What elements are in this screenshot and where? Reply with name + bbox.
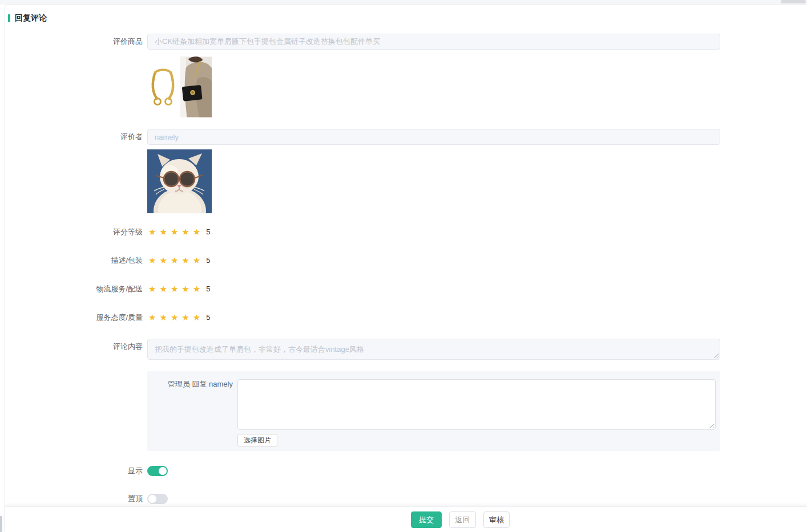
gold-chain-product-photo xyxy=(147,56,179,117)
comment-row: 评论内容 把我的手提包改造成了单肩包，非常好，古今最适合vintage风格 xyxy=(5,339,747,360)
page-title-row: 回复评论 xyxy=(8,13,807,23)
reviewer-input[interactable] xyxy=(147,129,720,145)
comment-text: 把我的手提包改造成了单肩包，非常好，古今最适合vintage风格 xyxy=(155,345,364,354)
reviewer-label: 评价者 xyxy=(5,129,147,145)
rating-description-label: 描述/包装 xyxy=(5,255,147,266)
star-icons: ★★★★★ xyxy=(148,227,204,237)
avatar-row xyxy=(5,149,747,213)
rating-service-label: 服务态度/质量 xyxy=(5,312,147,323)
comment-label: 评论内容 xyxy=(5,339,147,355)
rating-service-value: 5 xyxy=(206,312,210,323)
choose-image-button[interactable]: 选择图片 xyxy=(237,434,277,446)
scrollbar-fragment-left[interactable] xyxy=(0,516,2,532)
back-button[interactable]: 返回 xyxy=(449,511,476,528)
rating-logistics-value: 5 xyxy=(206,284,210,294)
toggle-knob xyxy=(159,467,167,475)
page-title: 回复评论 xyxy=(15,13,47,23)
admin-reply-textarea-wrap xyxy=(237,379,716,430)
star-icons: ★★★★★ xyxy=(148,284,204,294)
pin-toggle-label: 置顶 xyxy=(5,494,147,504)
product-label: 评价商品 xyxy=(5,34,147,50)
submit-button[interactable]: 提交 xyxy=(411,511,442,528)
scrollbar-fragment[interactable] xyxy=(781,0,806,3)
reply-comment-form: 评价商品 xyxy=(5,34,747,504)
reply-section-row: 管理员 回复 namely 选择图片 xyxy=(5,371,747,451)
rating-overall-label: 评分等级 xyxy=(5,227,147,237)
resize-handle-icon[interactable] xyxy=(709,423,714,428)
rating-row-service: 服务态度/质量 ★★★★★ 5 xyxy=(5,312,747,323)
display-toggle[interactable] xyxy=(147,466,168,476)
content-card: 回复评论 评价商品 xyxy=(5,5,807,532)
cat-with-glasses-avatar xyxy=(147,149,212,213)
rating-overall-value: 5 xyxy=(206,227,210,237)
admin-reply-box: 管理员 回复 namely 选择图片 xyxy=(147,371,720,451)
rating-row-overall: 评分等级 ★★★★★ 5 xyxy=(5,227,747,237)
toggle-knob xyxy=(148,495,156,503)
pin-toggle[interactable] xyxy=(147,494,168,504)
review-button[interactable]: 审核 xyxy=(483,511,510,528)
product-input[interactable] xyxy=(147,34,720,50)
title-accent-bar xyxy=(8,14,10,22)
reviewer-row: 评价者 xyxy=(5,129,747,145)
rating-row-description: 描述/包装 ★★★★★ 5 xyxy=(5,255,747,266)
product-row: 评价商品 xyxy=(5,34,747,50)
comment-textarea[interactable]: 把我的手提包改造成了单肩包，非常好，古今最适合vintage风格 xyxy=(147,339,720,360)
display-toggle-row: 显示 xyxy=(5,466,747,476)
page-top-strip xyxy=(0,0,807,5)
star-icons: ★★★★★ xyxy=(148,255,204,266)
black-handbag-model-photo xyxy=(180,56,212,117)
admin-reply-textarea[interactable] xyxy=(238,380,715,429)
display-toggle-label: 显示 xyxy=(5,466,147,476)
pin-toggle-row: 置顶 xyxy=(5,494,747,504)
rating-row-logistics: 物流服务/配送 ★★★★★ 5 xyxy=(5,284,747,294)
product-images-row xyxy=(5,56,747,117)
footer-action-bar: 提交 返回 审核 xyxy=(5,506,807,532)
star-icons: ★★★★★ xyxy=(148,312,204,323)
resize-handle-icon[interactable] xyxy=(713,353,719,358)
admin-reply-label: 管理员 回复 namely xyxy=(147,379,233,451)
rating-logistics-label: 物流服务/配送 xyxy=(5,284,147,294)
rating-description-value: 5 xyxy=(206,255,210,266)
